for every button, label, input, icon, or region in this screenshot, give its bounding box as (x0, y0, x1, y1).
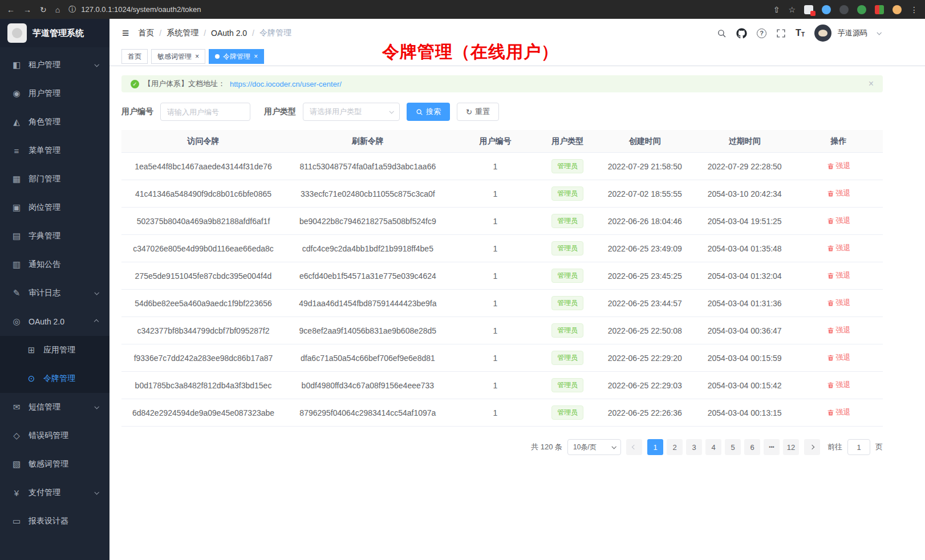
sidebar-item-oauth2-app[interactable]: ⊞应用管理 (0, 336, 109, 364)
extensions-icon[interactable] (804, 5, 813, 14)
force-logout-button[interactable]: 强退 (827, 325, 851, 335)
page-button-4[interactable]: 4 (705, 439, 721, 455)
more-pages-button[interactable]: ••• (764, 439, 780, 455)
force-logout-button[interactable]: 强退 (827, 298, 851, 308)
search-icon[interactable] (717, 29, 727, 38)
sensitive-word-icon: ▧ (11, 459, 22, 469)
page-button-3[interactable]: 3 (686, 439, 702, 455)
force-logout-label: 强退 (836, 270, 851, 281)
extension-icon[interactable] (839, 5, 849, 14)
access-token-cell: 1ea5e44f8bc1467aaede43144f31de76 (121, 162, 285, 171)
sidebar-item-dept[interactable]: ▦部门管理 (0, 165, 109, 193)
page-button-1[interactable]: 1 (647, 439, 663, 455)
create-time-cell: 2022-06-26 18:04:46 (595, 217, 695, 226)
force-logout-button[interactable]: 强退 (827, 270, 851, 281)
avatar[interactable] (814, 25, 831, 42)
current-user-name[interactable]: 芋道源码 (838, 28, 867, 38)
force-logout-label: 强退 (836, 161, 851, 171)
page-button-6[interactable]: 6 (744, 439, 760, 455)
font-size-icon[interactable] (796, 29, 805, 38)
reset-button[interactable]: 重置 (457, 103, 499, 121)
table-body: 1ea5e44f8bc1467aaede43144f31de76811c5304… (121, 153, 883, 427)
tab-sensitive-word[interactable]: 敏感词管理 (151, 49, 205, 64)
force-logout-button[interactable]: 强退 (827, 380, 851, 390)
user-menu-caret-icon[interactable] (877, 30, 881, 35)
user-id-input[interactable] (160, 103, 250, 121)
search-button[interactable]: 搜索 (407, 103, 450, 121)
error-code-icon: ◇ (11, 431, 22, 441)
page-buttons: 123456•••12 (647, 439, 799, 455)
fullscreen-icon[interactable] (776, 29, 786, 38)
force-logout-button[interactable]: 强退 (827, 188, 851, 198)
trash-icon (827, 299, 834, 307)
app-logo[interactable]: 芋道管理系统 (0, 19, 109, 47)
help-icon[interactable] (757, 29, 766, 38)
browser-back-icon[interactable] (7, 6, 15, 14)
site-info-icon[interactable] (68, 6, 76, 13)
address-bar[interactable]: 127.0.0.1:1024/system/oauth2/token (81, 5, 201, 14)
browser-profile-avatar[interactable] (892, 5, 902, 14)
force-logout-button[interactable]: 强退 (827, 216, 851, 226)
page-button-5[interactable]: 5 (725, 439, 741, 455)
expire-time-cell: 2054-03-04 00:15:59 (695, 354, 794, 363)
tab-home[interactable]: 首页 (121, 49, 148, 64)
page-button-12[interactable]: 12 (783, 439, 799, 455)
action-cell: 强退 (794, 270, 883, 281)
tab-label: 令牌管理 (223, 52, 250, 62)
sidebar-item-sensitive-word[interactable]: ▧敏感词管理 (0, 450, 109, 478)
sidebar-item-report-designer[interactable]: ▭报表设计器 (0, 507, 109, 535)
browser-forward-icon[interactable] (23, 6, 31, 14)
sidebar-item-notice[interactable]: ▥通知公告 (0, 250, 109, 279)
page-size-select[interactable]: 10条/页 (567, 439, 621, 455)
sidebar-item-user[interactable]: ◉用户管理 (0, 79, 109, 108)
user-type-select[interactable]: 请选择用户类型 (303, 103, 400, 121)
table-row: 41c41346a548490f9dc8b01c6bfe0865333ecfc7… (121, 180, 883, 208)
sidebar-item-tenant[interactable]: ◧租户管理 (0, 51, 109, 79)
sidebar-item-oauth2-token[interactable]: ⊙令牌管理 (0, 364, 109, 393)
browser-menu-icon[interactable] (910, 6, 918, 14)
tab-token[interactable]: 令牌管理 (209, 49, 264, 64)
breadcrumb-item[interactable]: 系统管理 (167, 28, 198, 38)
tab-close-icon[interactable] (254, 53, 258, 60)
chevron-down-icon (94, 404, 99, 409)
goto-page-input[interactable] (847, 439, 870, 455)
sidebar-item-error-code[interactable]: ◇错误码管理 (0, 421, 109, 450)
table-header-row: 访问令牌刷新令牌用户编号用户类型创建时间过期时间操作 (121, 130, 883, 153)
breadcrumb-item[interactable]: OAuth 2.0 (211, 29, 247, 38)
extension-icon[interactable] (875, 5, 884, 14)
github-icon[interactable] (736, 28, 747, 39)
user-id-cell: 1 (451, 189, 541, 198)
force-logout-button[interactable]: 强退 (827, 243, 851, 253)
sidebar-item-role[interactable]: ◭角色管理 (0, 108, 109, 136)
page-button-2[interactable]: 2 (667, 439, 683, 455)
breadcrumb-item[interactable]: 首页 (138, 28, 154, 38)
table-row: c342377bf8b344799dcbf7bf095287f29ce8ef2a… (121, 317, 883, 344)
alert-close-icon[interactable] (869, 79, 874, 88)
force-logout-button[interactable]: 强退 (827, 407, 851, 417)
tab-close-icon[interactable] (195, 53, 199, 60)
sidebar-item-label: 角色管理 (29, 117, 99, 127)
sidebar-item-sms[interactable]: ✉短信管理 (0, 393, 109, 421)
bookmark-star-icon[interactable] (788, 6, 796, 14)
force-logout-button[interactable]: 强退 (827, 161, 851, 171)
sidebar-item-dict[interactable]: ▤字典管理 (0, 222, 109, 250)
prev-page-button[interactable] (626, 439, 642, 455)
browser-home-icon[interactable] (55, 6, 60, 14)
action-cell: 强退 (794, 161, 883, 172)
sidebar-item-pay[interactable]: ¥支付管理 (0, 478, 109, 507)
browser-reload-icon[interactable] (40, 6, 47, 14)
share-icon[interactable] (773, 6, 780, 14)
extension-icon[interactable] (857, 5, 866, 14)
sidebar-item-audit-log[interactable]: ✎审计日志 (0, 279, 109, 307)
application-icon: ⊞ (26, 345, 36, 355)
alert-doc-link[interactable]: https://doc.iocoder.cn/user-center/ (230, 80, 342, 88)
sidebar-item-menu[interactable]: ≡菜单管理 (0, 136, 109, 165)
sidebar-item-post[interactable]: ▣岗位管理 (0, 193, 109, 222)
next-page-button[interactable] (804, 439, 820, 455)
extension-icon[interactable] (822, 5, 831, 14)
force-logout-button[interactable]: 强退 (827, 352, 851, 363)
expire-time-cell: 2054-03-04 00:36:47 (695, 326, 794, 335)
sidebar-item-label: 报表设计器 (29, 516, 99, 526)
sidebar-toggle-icon[interactable] (122, 26, 129, 40)
sidebar-item-oauth2[interactable]: ◎OAuth 2.0 (0, 307, 109, 336)
